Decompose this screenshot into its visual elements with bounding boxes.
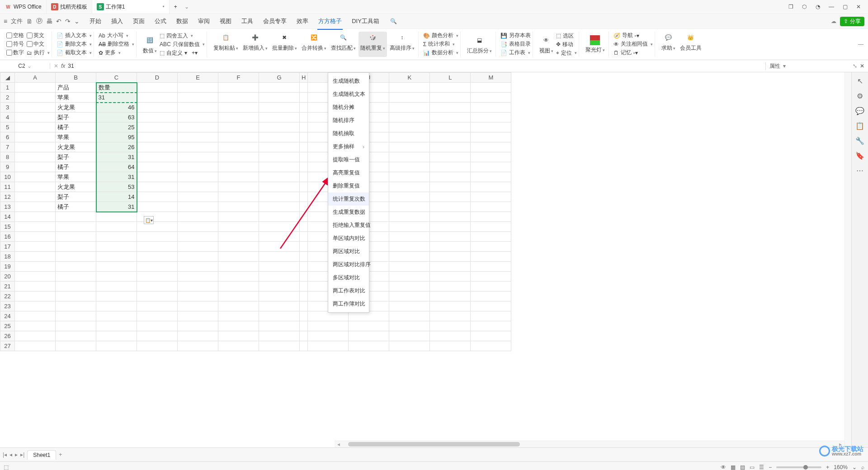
- spreadsheet[interactable]: ◢ABCDEFGHIJKLM1产品数量2苹果313火龙果464梨子635橘子25…: [0, 72, 844, 447]
- undo-icon[interactable]: ↶: [56, 18, 61, 25]
- cell[interactable]: [137, 291, 178, 301]
- cell[interactable]: [56, 321, 96, 331]
- cell[interactable]: [56, 282, 96, 291]
- cell[interactable]: [15, 331, 56, 341]
- row-header[interactable]: 13: [0, 202, 15, 212]
- cell[interactable]: [471, 172, 511, 182]
- row-header[interactable]: 17: [0, 242, 15, 252]
- cell[interactable]: [471, 341, 511, 351]
- search-icon[interactable]: 🔍: [390, 18, 397, 24]
- share-button[interactable]: ⇪ 分享: [840, 17, 864, 26]
- cell[interactable]: [430, 272, 471, 282]
- cell[interactable]: [96, 331, 137, 341]
- dropdown-item[interactable]: 提取唯一值: [328, 153, 369, 166]
- cell[interactable]: [300, 93, 308, 103]
- cell[interactable]: [218, 182, 259, 192]
- cell[interactable]: [471, 202, 511, 212]
- cell[interactable]: [308, 341, 349, 351]
- fx-icon[interactable]: fx: [61, 63, 65, 69]
- menu-tab[interactable]: 公式: [154, 15, 167, 27]
- cell[interactable]: [259, 113, 300, 122]
- cell[interactable]: [218, 301, 259, 311]
- cell[interactable]: [15, 103, 56, 113]
- cell[interactable]: [300, 122, 308, 132]
- cell[interactable]: [15, 232, 56, 242]
- cell[interactable]: [96, 272, 137, 282]
- cell[interactable]: [300, 113, 308, 122]
- status-mode-icon[interactable]: ⬚: [4, 464, 9, 470]
- cell[interactable]: [218, 152, 259, 162]
- cell[interactable]: [471, 232, 511, 242]
- cell[interactable]: [218, 83, 259, 93]
- cell[interactable]: [137, 122, 178, 132]
- cell[interactable]: [430, 262, 471, 272]
- cell[interactable]: [178, 103, 218, 113]
- cell[interactable]: [300, 341, 308, 351]
- zoom-dropdown-icon[interactable]: ⌄: [852, 464, 857, 470]
- cell[interactable]: [471, 162, 511, 172]
- check-space[interactable]: 空格: [6, 32, 24, 39]
- cell[interactable]: [178, 232, 218, 242]
- cut-text-button[interactable]: 📄 截取文本: [57, 49, 92, 56]
- cell[interactable]: [137, 341, 178, 351]
- cell[interactable]: [430, 152, 471, 162]
- merge-split-button[interactable]: ⬓汇总拆分: [465, 34, 494, 55]
- chat-icon[interactable]: 💬: [855, 107, 864, 115]
- cell[interactable]: [15, 152, 56, 162]
- cell[interactable]: [471, 222, 511, 232]
- cell[interactable]: [389, 132, 430, 142]
- cell[interactable]: [259, 222, 300, 232]
- dropdown-item[interactable]: 高亮重复值: [328, 166, 369, 179]
- dropdown-item[interactable]: 生成重复数据: [328, 206, 369, 219]
- cell[interactable]: [471, 132, 511, 142]
- cell[interactable]: [300, 272, 308, 282]
- worksheet-button[interactable]: 📄 工作表: [500, 49, 531, 56]
- cell[interactable]: [430, 252, 471, 262]
- column-header[interactable]: H: [300, 73, 308, 83]
- row-header[interactable]: 18: [0, 252, 15, 262]
- menu-tab[interactable]: 视图: [219, 15, 232, 27]
- print-icon[interactable]: ⓟ: [36, 17, 42, 25]
- cell[interactable]: [137, 182, 178, 192]
- column-header[interactable]: C: [96, 73, 137, 83]
- menu-tab[interactable]: 审阅: [197, 15, 211, 27]
- number-button[interactable]: 🔢数值: [141, 34, 159, 55]
- cell[interactable]: 苹果: [56, 172, 96, 182]
- grid-view-icon[interactable]: ▦: [731, 464, 736, 470]
- cell[interactable]: [389, 222, 430, 232]
- cell[interactable]: [471, 93, 511, 103]
- cell[interactable]: [300, 252, 308, 262]
- last-sheet-icon[interactable]: ▸|: [20, 451, 24, 458]
- cell[interactable]: 53: [96, 182, 137, 192]
- cell[interactable]: [218, 291, 259, 301]
- cell[interactable]: [15, 202, 56, 212]
- dropdown-item[interactable]: 拒绝输入重复值: [328, 219, 369, 232]
- menu-tab[interactable]: 会员专享: [262, 15, 288, 27]
- cell[interactable]: [96, 301, 137, 311]
- more-format-button[interactable]: ✿ 更多: [99, 49, 121, 56]
- color-analysis-button[interactable]: 🎨 颜色分析: [423, 32, 458, 39]
- row-header[interactable]: 1: [0, 83, 15, 93]
- check-number[interactable]: 数字: [6, 49, 24, 56]
- cell[interactable]: [137, 272, 178, 282]
- cell[interactable]: [300, 262, 308, 272]
- stat-sum-button[interactable]: Σ 统计求和: [423, 40, 458, 48]
- new-tab-button[interactable]: +: [170, 0, 182, 14]
- cell[interactable]: [259, 341, 300, 351]
- cell[interactable]: [15, 341, 56, 351]
- menu-tab[interactable]: 开始: [89, 15, 102, 27]
- cell[interactable]: 火龙果: [56, 103, 96, 113]
- cell[interactable]: [430, 321, 471, 331]
- cell[interactable]: [259, 162, 300, 172]
- view-button[interactable]: 👁视图: [538, 34, 555, 55]
- cell[interactable]: [389, 142, 430, 152]
- cell[interactable]: [137, 132, 178, 142]
- name-box[interactable]: C2 ⌄: [0, 63, 50, 69]
- cell[interactable]: [137, 202, 178, 212]
- cell[interactable]: [389, 341, 430, 351]
- cell[interactable]: [259, 291, 300, 301]
- zoom-in-button[interactable]: +: [826, 464, 829, 470]
- file-menu[interactable]: 文件: [11, 17, 23, 25]
- cell[interactable]: [430, 212, 471, 222]
- cell[interactable]: 梨子: [56, 113, 96, 122]
